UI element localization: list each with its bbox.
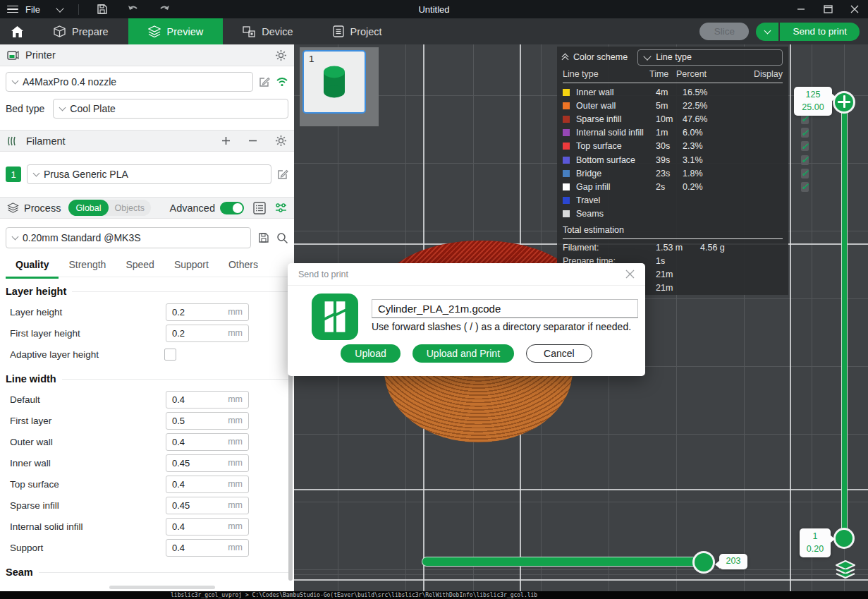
upload-and-print-button[interactable]: Upload and Print: [412, 344, 514, 363]
layer-height-input[interactable]: 0.2mm: [166, 303, 249, 321]
legend-row: Seams: [557, 207, 788, 221]
adaptive-layer-height-checkbox[interactable]: [164, 349, 176, 361]
save-icon[interactable]: [94, 3, 110, 16]
printer-section-header: Printer: [0, 44, 294, 66]
linetype-swatch: [563, 129, 570, 136]
linetype-swatch: [563, 102, 570, 109]
advanced-toggle[interactable]: [220, 202, 244, 214]
parameter-list-icon[interactable]: [253, 202, 266, 214]
first-layer-height-input[interactable]: 0.2mm: [166, 325, 249, 342]
filament-settings-gear-icon[interactable]: [275, 135, 287, 147]
remove-filament-icon[interactable]: [248, 136, 257, 145]
file-menu[interactable]: File: [25, 4, 40, 15]
filament-preset-select[interactable]: Prusa Generic PLA: [27, 164, 271, 184]
wifi-connection-icon[interactable]: [276, 77, 288, 87]
tab-strength[interactable]: Strength: [59, 257, 116, 277]
close-button[interactable]: [841, 0, 868, 18]
filament-icon: [7, 135, 20, 147]
upload-button[interactable]: Upload: [341, 344, 400, 363]
slice-button[interactable]: Slice: [699, 23, 749, 40]
send-options-chevron-icon[interactable]: [756, 23, 778, 41]
filament-slot-badge[interactable]: 1: [6, 167, 21, 182]
display-checkbox[interactable]: ✓: [801, 114, 809, 124]
prepare-cube-icon: [54, 25, 66, 37]
dialog-close-icon[interactable]: [625, 270, 635, 279]
line-width-inner-wall-input[interactable]: 0.45mm: [166, 454, 249, 472]
undo-icon[interactable]: [126, 3, 141, 16]
filament-section-header: Filament: [0, 130, 294, 152]
move-slider-handle[interactable]: [692, 551, 715, 574]
titlebar: File Untitled: [0, 0, 868, 18]
edit-filament-icon[interactable]: [277, 169, 288, 180]
printer-settings-gear-icon[interactable]: [275, 49, 287, 61]
plate-cylinder-icon: [317, 63, 351, 102]
display-checkbox[interactable]: ✓: [801, 141, 809, 151]
move-slider-tooltip: 203: [719, 554, 747, 569]
line-width-support-input[interactable]: 0.4mm: [166, 539, 249, 557]
process-preset-select[interactable]: 0.20mm Standard @MK3S: [6, 227, 251, 248]
sidebar: Printer A4MaxPro 0.4 nozzle Bed type: [0, 44, 294, 591]
linetype-swatch: [563, 197, 570, 204]
tab-preview[interactable]: Preview: [128, 18, 224, 44]
maximize-button[interactable]: [814, 0, 841, 18]
layer-slider-track[interactable]: [841, 108, 848, 538]
sidebar-horizontal-scrollbar[interactable]: [109, 586, 215, 589]
search-icon[interactable]: [276, 232, 288, 244]
filename-input[interactable]: Cylinder_PLA_21m.gcode: [372, 299, 638, 318]
line-width-sparse-infill-input[interactable]: 0.45mm: [166, 497, 249, 514]
legend-row: Gap infill2s0.2%✓: [557, 180, 788, 193]
display-checkbox[interactable]: ✓: [801, 128, 809, 138]
line-width-top-surface-input[interactable]: 0.4mm: [166, 476, 249, 493]
tab-project[interactable]: Project: [313, 18, 402, 44]
line-width-internal-solid-infill-input[interactable]: 0.4mm: [166, 518, 249, 536]
layer-slider-bottom-handle[interactable]: [833, 528, 855, 549]
move-slider-track[interactable]: [422, 557, 705, 567]
plate-thumbnail[interactable]: 1: [302, 50, 366, 114]
view-mode-select[interactable]: Line type: [637, 49, 783, 66]
printer-preset-select[interactable]: A4MaxPro 0.4 nozzle: [6, 72, 253, 92]
minimize-button[interactable]: [788, 0, 814, 18]
cancel-button[interactable]: Cancel: [526, 344, 592, 363]
edit-printer-icon[interactable]: [259, 76, 270, 87]
legend-row: Bridge23s1.8%✓: [557, 167, 788, 180]
divider: [563, 238, 783, 239]
tab-device[interactable]: Device: [223, 18, 312, 44]
objects-toggle[interactable]: Objects: [109, 203, 151, 213]
tab-others[interactable]: Others: [219, 257, 268, 277]
tab-support[interactable]: Support: [164, 257, 219, 277]
tune-parameters-icon[interactable]: [275, 202, 287, 214]
linetype-swatch: [563, 143, 570, 150]
home-button[interactable]: [0, 18, 34, 44]
line-width-first-layer-input[interactable]: 0.5mm: [166, 412, 249, 430]
line-width-outer-wall-input[interactable]: 0.4mm: [166, 433, 249, 451]
main-nav: Prepare Preview Device Project Slice Sen…: [0, 18, 868, 44]
menu-icon[interactable]: [7, 6, 18, 13]
layers-view-icon[interactable]: [834, 559, 857, 581]
add-filament-icon[interactable]: [221, 136, 231, 145]
collapse-panel-icon[interactable]: [563, 52, 568, 62]
line-width-default-input[interactable]: 0.4mm: [166, 391, 249, 409]
setting-row: Layer height 0.2mm: [6, 301, 288, 322]
printer-icon: [7, 50, 19, 61]
plate-number: 1: [309, 54, 314, 64]
display-checkbox[interactable]: ✓: [801, 182, 809, 192]
file-menu-chevron-icon[interactable]: [56, 4, 63, 12]
legend-column-headers: Line type Time Percent Display: [557, 66, 788, 82]
display-checkbox[interactable]: ✓: [801, 169, 809, 179]
tab-quality[interactable]: Quality: [6, 257, 59, 279]
global-toggle[interactable]: Global: [68, 200, 108, 216]
tab-speed[interactable]: Speed: [116, 257, 164, 277]
divider: [78, 4, 79, 15]
setting-row: First layer height 0.2mm: [6, 322, 288, 344]
bed-type-select[interactable]: Cool Plate: [53, 99, 288, 119]
tab-prepare[interactable]: Prepare: [34, 18, 128, 44]
send-to-print-button[interactable]: Send to print: [780, 23, 860, 41]
layer-slider-top-tooltip: 12525.00: [794, 87, 832, 116]
display-checkbox[interactable]: ✓: [801, 155, 809, 165]
dialog-title: Send to print: [298, 270, 348, 279]
save-preset-icon[interactable]: [258, 232, 269, 243]
redo-icon[interactable]: [157, 3, 172, 16]
bed-type-label: Bed type: [6, 103, 44, 114]
printer-host-logo-icon: [312, 294, 358, 340]
grid-major-line: [790, 44, 791, 591]
